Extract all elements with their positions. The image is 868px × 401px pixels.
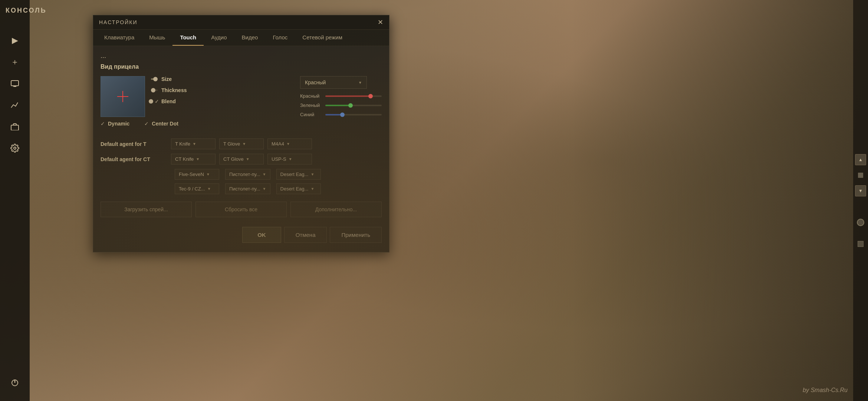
- right-square-btn[interactable]: [858, 241, 864, 247]
- sidebar-icon-power[interactable]: [6, 374, 24, 392]
- console-label: КОНСОЛЬ: [6, 7, 47, 14]
- right-circle-btn[interactable]: [857, 219, 864, 226]
- right-scroll-down[interactable]: ▼: [855, 185, 866, 196]
- sidebar-icon-play[interactable]: ▶: [6, 31, 24, 50]
- sidebar-icon-tv[interactable]: [6, 74, 24, 93]
- sidebar-icon-chart[interactable]: [6, 96, 24, 114]
- sidebar: ▶ ＋: [0, 0, 30, 401]
- right-indicator: [858, 173, 863, 178]
- right-scroll-up[interactable]: ▲: [855, 154, 866, 165]
- sidebar-icon-add[interactable]: ＋: [6, 53, 24, 71]
- svg-rect-0: [11, 81, 19, 86]
- right-panel: ▲ ▼: [853, 0, 868, 401]
- sidebar-icon-briefcase[interactable]: [6, 117, 24, 136]
- soldier-silhouette: [571, 0, 868, 401]
- svg-point-4: [14, 147, 16, 149]
- watermark: by Smash-Cs.Ru: [803, 387, 848, 394]
- sidebar-icon-settings[interactable]: [6, 139, 24, 157]
- svg-rect-3: [11, 125, 19, 130]
